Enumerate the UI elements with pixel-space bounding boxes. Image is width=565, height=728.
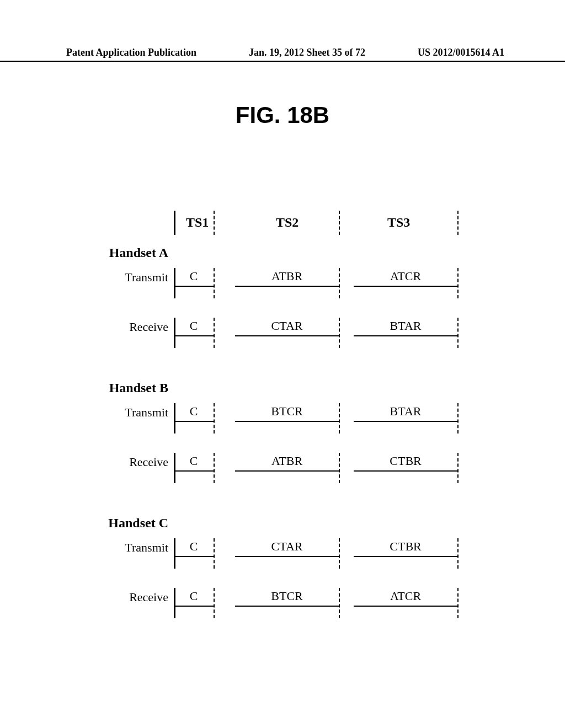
header-right: US 2012/0015614 A1 xyxy=(418,47,504,58)
vline-dash xyxy=(214,403,215,433)
vline-dash xyxy=(457,453,459,483)
handset-a-receive-ts3: BTAR xyxy=(354,318,457,336)
vline-dash xyxy=(339,588,340,618)
header-left: Patent Application Publication xyxy=(66,47,196,58)
receive-label: Receive xyxy=(77,320,168,334)
transmit-label: Transmit xyxy=(77,540,168,555)
handset-b-transmit-ts3: BTAR xyxy=(354,403,457,422)
vline-dash xyxy=(214,318,215,348)
handset-c-transmit-ts2: CTAR xyxy=(235,538,339,557)
transmit-label: Transmit xyxy=(77,405,168,420)
vline-dash xyxy=(214,453,215,483)
handset-b-receive-ts3: CTBR xyxy=(354,453,457,472)
vline xyxy=(174,453,175,483)
vline-dash xyxy=(339,453,340,483)
vline xyxy=(174,538,175,569)
receive-label: Receive xyxy=(77,590,168,604)
timeslot-diagram: TS1 TS2 TS3 Handset A Transmit C ATBR AT… xyxy=(77,215,486,612)
column-header-ts3: TS3 xyxy=(387,215,410,230)
vline-dash xyxy=(339,403,340,433)
vline-dash xyxy=(214,588,215,618)
handset-c-label: Handset C xyxy=(77,516,168,531)
handset-c-receive-ts2: BTCR xyxy=(235,588,339,607)
vline-dash xyxy=(457,538,459,569)
figure-title: FIG. 18B xyxy=(236,102,329,129)
handset-a-label: Handset A xyxy=(77,245,168,260)
handset-b-receive-ts1: C xyxy=(174,453,214,472)
handset-b-transmit-ts2: BTCR xyxy=(235,403,339,422)
vline-dash xyxy=(339,318,340,348)
column-header-ts1: TS1 xyxy=(186,215,209,230)
handset-c-receive-ts3: ATCR xyxy=(354,588,457,607)
vline-dash xyxy=(339,538,340,569)
vline-dash xyxy=(339,268,340,298)
vline-dash xyxy=(339,211,340,235)
handset-a-transmit-ts1: C xyxy=(174,268,214,287)
vline-dash xyxy=(457,403,459,433)
vline-dash xyxy=(457,588,459,618)
handset-b-label: Handset B xyxy=(77,381,168,395)
vline-dash xyxy=(214,538,215,569)
handset-b-receive-ts2: ATBR xyxy=(235,453,339,472)
vline xyxy=(174,588,175,618)
handset-b-transmit-ts1: C xyxy=(174,403,214,422)
vline-dash xyxy=(214,211,215,235)
transmit-label: Transmit xyxy=(77,270,168,285)
vline-dash xyxy=(457,318,459,348)
page-header: Patent Application Publication Jan. 19, … xyxy=(66,47,504,58)
handset-c-transmit-ts3: CTBR xyxy=(354,538,457,557)
handset-a-transmit-ts3: ATCR xyxy=(354,268,457,287)
receive-label: Receive xyxy=(77,455,168,469)
vline-dash xyxy=(214,268,215,298)
header-divider xyxy=(0,61,565,62)
handset-c-receive-ts1: C xyxy=(174,588,214,607)
header-center: Jan. 19, 2012 Sheet 35 of 72 xyxy=(249,47,365,58)
vline xyxy=(174,211,175,235)
vline-dash xyxy=(457,211,459,235)
vline xyxy=(174,403,175,433)
column-header-ts2: TS2 xyxy=(276,215,299,230)
vline xyxy=(174,268,175,298)
handset-a-receive-ts1: C xyxy=(174,318,214,336)
handset-a-receive-ts2: CTAR xyxy=(235,318,339,336)
vline xyxy=(174,318,175,348)
handset-c-transmit-ts1: C xyxy=(174,538,214,557)
vline-dash xyxy=(457,268,459,298)
handset-a-transmit-ts2: ATBR xyxy=(235,268,339,287)
